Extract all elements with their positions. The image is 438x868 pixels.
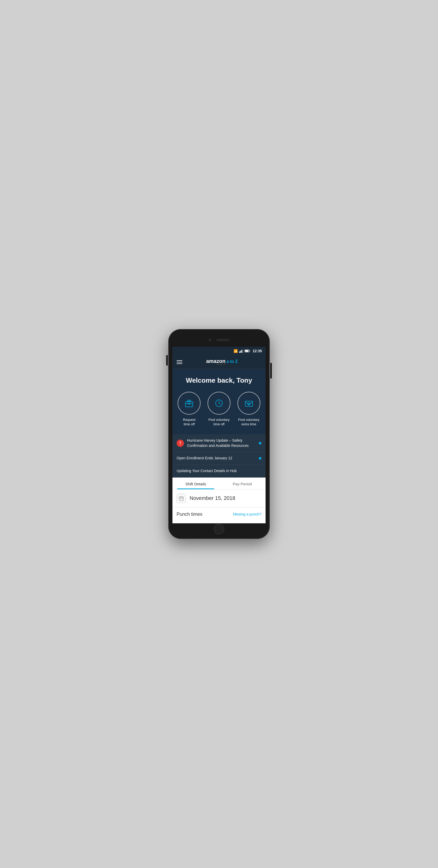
tabs-header: Shift Details Pay Period — [172, 477, 266, 490]
svg-rect-18 — [181, 499, 181, 499]
alert-icon: ! — [177, 440, 184, 447]
clock-icon — [213, 398, 225, 409]
top-navigation: amazon a to Z ~~~ — [172, 355, 266, 369]
notification-hurricane-text: Hurricane Harvey Update – Safety Confirm… — [187, 438, 256, 448]
logo-sub-text: a to Z — [227, 359, 238, 364]
phone-device: 📶 12:35 — [168, 329, 270, 539]
svg-rect-6 — [245, 350, 249, 352]
notification-enrollment-text: Open Enrollment Ends January 12 — [177, 456, 256, 461]
svg-rect-8 — [187, 402, 191, 402]
menu-button[interactable] — [177, 360, 182, 364]
find-voluntary-extra-time-label: Find voluntary extra time — [236, 418, 261, 427]
svg-rect-17 — [180, 499, 180, 499]
app-logo: amazon a to Z ~~~ — [182, 358, 261, 366]
svg-rect-1 — [240, 351, 241, 353]
unread-dot — [259, 457, 261, 460]
find-voluntary-extra-time-circle: $ — [237, 392, 260, 415]
tab-pay-period[interactable]: Pay Period — [219, 477, 266, 489]
svg-rect-3 — [243, 349, 243, 353]
notifications-section: ! Hurricane Harvey Update – Safety Confi… — [172, 434, 266, 477]
tab-shift-details[interactable]: Shift Details — [172, 477, 219, 489]
request-time-off-circle — [178, 392, 201, 415]
welcome-section: Welcome back, Tony — [172, 369, 266, 434]
battery-icon — [244, 349, 250, 352]
punch-times-title: Punch times — [177, 512, 202, 517]
notification-hurricane-harvey[interactable]: ! Hurricane Harvey Update – Safety Confi… — [172, 434, 266, 452]
find-voluntary-time-off-button[interactable]: Find voluntary time off — [206, 392, 232, 427]
camera-lens — [209, 339, 211, 341]
svg-rect-0 — [239, 351, 240, 353]
phone-bottom-bar — [172, 523, 266, 535]
notification-contact-text: Updating Your Contact Details in Hub — [177, 468, 261, 474]
speaker-grille — [216, 339, 229, 341]
active-date: November 15, 2018 — [189, 495, 235, 501]
home-button[interactable] — [214, 524, 224, 534]
notification-contact-details[interactable]: Updating Your Contact Details in Hub — [172, 465, 266, 477]
signal-icon — [239, 349, 243, 353]
screen: 📶 12:35 — [172, 347, 266, 523]
svg-text:$: $ — [249, 403, 250, 405]
date-selector-row[interactable]: November 15, 2018 — [172, 490, 266, 507]
wifi-icon: 📶 — [234, 349, 238, 353]
svg-rect-5 — [250, 350, 250, 351]
briefcase-icon — [183, 398, 195, 409]
phone-top-bar — [172, 333, 266, 347]
svg-rect-2 — [241, 350, 242, 353]
notification-open-enrollment[interactable]: Open Enrollment Ends January 12 — [172, 452, 266, 465]
svg-rect-15 — [180, 496, 181, 497]
request-time-off-label: Requesttime off — [183, 418, 195, 427]
action-buttons-row: Requesttime off Find voluntary time off — [177, 392, 261, 427]
calendar-svg-icon — [179, 496, 184, 501]
phone-screen-container: 📶 12:35 — [172, 333, 266, 534]
welcome-title: Welcome back, Tony — [177, 376, 261, 384]
svg-rect-19 — [182, 499, 183, 499]
punch-times-section: Punch times Missing a punch? — [172, 507, 266, 523]
status-time: 12:35 — [253, 349, 262, 353]
tabs-section: Shift Details Pay Period — [172, 477, 266, 523]
status-icons: 📶 12:35 — [234, 349, 262, 353]
find-voluntary-time-off-label: Find voluntary time off — [206, 418, 232, 427]
punch-header: Punch times Missing a punch? — [177, 512, 261, 517]
money-envelope-icon: $ — [243, 398, 255, 409]
find-voluntary-extra-time-button[interactable]: $ Find voluntary extra time — [236, 392, 261, 427]
missing-punch-link[interactable]: Missing a punch? — [233, 512, 261, 516]
find-voluntary-time-off-circle — [208, 392, 230, 415]
svg-rect-16 — [182, 496, 182, 497]
request-time-off-button[interactable]: Requesttime off — [177, 392, 202, 427]
unread-dot — [259, 442, 261, 444]
status-bar: 📶 12:35 — [172, 347, 266, 355]
calendar-icon — [177, 494, 186, 503]
